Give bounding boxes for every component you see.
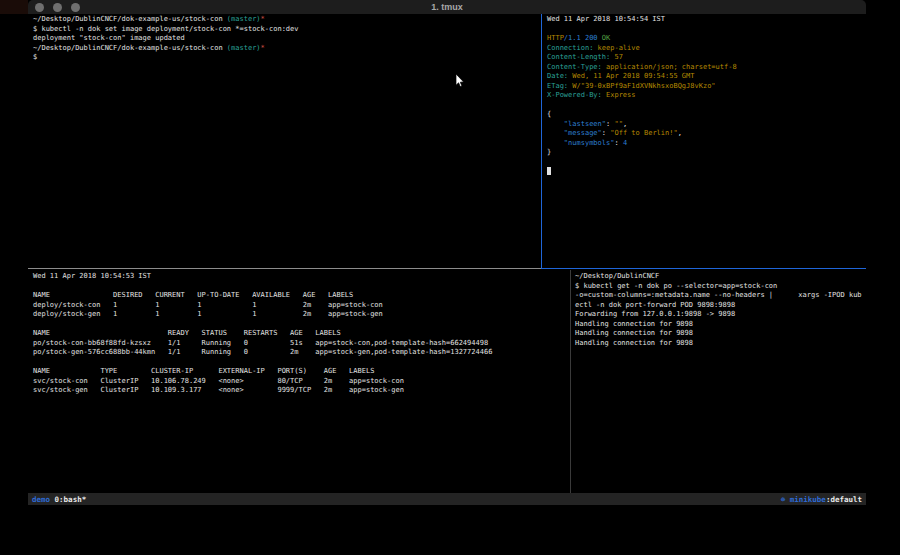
status-left: demo 0:bash* [32,495,86,504]
terminal-text-segment: ETag: [547,82,568,90]
terminal-line: ~/Desktop/DublinCNCF/dok-example-us/stoc… [33,15,541,25]
terminal-text-segment: ectl -n dok port-forward POD 9898:9898 [575,301,735,309]
terminal-line: deployment "stock-con" image updated [33,34,541,44]
terminal-line [547,158,866,168]
pane-shell-kubectl-set-image[interactable]: ~/Desktop/DublinCNCF/dok-example-us/stoc… [28,14,541,268]
terminal-line: "lastseen": "", [547,120,866,130]
terminal-line: NAME READY STATUS RESTARTS AGE LABELS [33,329,570,339]
terminal-line: Handling connection for 9898 [575,329,866,339]
terminal-line: po/stock-gen-576cc688bb-44kmn 1/1 Runnin… [33,348,570,358]
terminal-line: deploy/stock-con 1 1 1 1 2m app=stock-co… [33,301,570,311]
terminal-line: Wed 11 Apr 2018 10:54:53 IST [33,272,570,282]
terminal-text-segment: po/stock-con-bb68f88fd-kzsxz 1/1 Running… [33,339,488,347]
terminal-text-segment: X-Powered-By: [547,91,602,99]
terminal-line: Handling connection for 9898 [575,320,866,330]
tmux-content: ~/Desktop/DublinCNCF/dok-example-us/stoc… [28,14,866,493]
terminal-text-segment: deploy/stock-gen 1 1 1 1 2m app=stock-ge… [33,310,383,318]
pane-kubectl-get-watch[interactable]: Wed 11 Apr 2018 10:54:53 IST NAME DESIRE… [28,270,570,493]
terminal-text-segment: : [602,129,610,137]
window-title: 1. tmux [28,2,866,12]
terminal-line: ectl -n dok port-forward POD 9898:9898 [575,301,866,311]
zoom-button[interactable] [71,3,80,12]
terminal-text-segment: /1.1 200 [564,34,602,42]
terminal-text-segment: "" [614,120,622,128]
terminal-text-segment: "lastseen" [547,120,606,128]
close-button[interactable] [35,3,44,12]
terminal-line: HTTP/1.1 200 OK [547,34,866,44]
kube-namespace: :default [826,495,862,504]
pane-border-vertical-inactive[interactable] [570,270,571,493]
terminal-text-segment: NAME TYPE CLUSTER-IP EXTERNAL-IP PORT(S)… [33,367,374,375]
terminal-text-segment: (master) [223,15,261,23]
tmux-status-bar[interactable]: demo 0:bash* ☸ minikube:default [28,493,866,505]
terminal-text-segment: ~/Desktop/DublinCNCF/dok-example-us/stoc… [33,15,223,23]
terminal-line: Handling connection for 9898 [575,339,866,349]
window-tab-label[interactable]: 0:bash* [55,495,87,504]
terminal-text-segment: 57 [610,53,623,61]
terminal-text-segment: "message" [547,129,602,137]
terminal-line: $ kubectl -n dok set image deployment/st… [33,25,541,35]
terminal-line: } [547,148,866,158]
terminal-text-segment: ~/Desktop/DublinCNCF/dok-example-us/stoc… [33,44,223,52]
terminal-text-segment: application/json; charset=utf-8 [602,63,737,71]
session-name: demo [32,495,50,504]
terminal-text-segment: Forwarding from 127.0.0.1:9898 -> 9898 [575,310,735,318]
mouse-pointer-icon [455,74,465,88]
terminal-line: po/stock-con-bb68f88fd-kzsxz 1/1 Running… [33,339,570,349]
terminal-text-segment: svc/stock-con ClusterIP 10.106.78.249 <n… [33,377,404,385]
terminal-text-segment: Connection: [547,44,593,52]
terminal-text-segment: * [261,44,265,52]
block-cursor [547,167,551,175]
desktop-corner-gap [0,0,28,14]
terminal-text-segment: "Off to Berlin!" [610,129,677,137]
terminal-line: NAME DESIRED CURRENT UP-TO-DATE AVAILABL… [33,291,570,301]
terminal-text-segment: ~/Desktop/DublinCNCF [575,272,659,280]
terminal-text-segment: } [547,148,551,156]
terminal-text-segment: NAME DESIRED CURRENT UP-TO-DATE AVAILABL… [33,291,353,299]
terminal-text-segment: HTTP [547,34,564,42]
terminal-line: -o=custom-columns=:metadata.name --no-he… [575,291,866,301]
pane-border-vertical-active[interactable] [541,14,542,269]
pane-border-horizontal-active[interactable] [542,268,866,269]
terminal-line: svc/stock-con ClusterIP 10.106.78.249 <n… [33,377,570,387]
terminal-text-segment: Date: [547,72,568,80]
terminal-text-segment: NAME READY STATUS RESTARTS AGE LABELS [33,329,341,337]
terminal-text-segment: , [678,129,682,137]
traffic-lights [35,0,80,14]
terminal-text-segment: Wed, 11 Apr 2018 09:54:55 GMT [568,72,694,80]
terminal-line: "numsymbols": 4 [547,139,866,149]
terminal-line [547,25,866,35]
terminal-text-segment: -o=custom-columns=:metadata.name --no-he… [575,291,862,299]
terminal-text-segment: Wed 11 Apr 2018 10:54:53 IST [33,272,151,280]
terminal-line: "message": "Off to Berlin!", [547,129,866,139]
terminal-line [33,358,570,368]
terminal-text-segment: Content-Length: [547,53,610,61]
terminal-line: Content-Type: application/json; charset=… [547,63,866,73]
terminal-text-segment: Express [602,91,636,99]
terminal-text-segment: "numsymbols" [547,139,614,147]
terminal-line: ETag: W/"39-0xBPf9aF1dXVNkhsxoBQgJ8vKzo" [547,82,866,92]
terminal-text-segment: Handling connection for 9898 [575,320,693,328]
terminal-text-segment: OK [602,34,610,42]
terminal-text-segment: Wed 11 Apr 2018 10:54:54 IST [547,15,665,23]
terminal-line: Wed 11 Apr 2018 10:54:54 IST [547,15,866,25]
terminal-text-segment: deploy/stock-con 1 1 1 1 2m app=stock-co… [33,301,383,309]
terminal-text-segment: keep-alive [593,44,639,52]
terminal-line: svc/stock-gen ClusterIP 10.109.3.177 <no… [33,386,570,396]
pane-border-horizontal-inactive[interactable] [28,268,541,269]
status-right: ☸ minikube:default [781,495,862,504]
pane-port-forward[interactable]: ~/Desktop/DublinCNCF$ kubectl get -n dok… [572,270,866,493]
terminal-text-segment: $ kubectl -n dok set image deployment/st… [33,25,299,33]
terminal-text-segment: $ kubectl get -n dok po --selector=app=s… [575,282,777,290]
terminal-text-segment: Content-Type: [547,63,602,71]
terminal-line [547,101,866,111]
terminal-line: X-Powered-By: Express [547,91,866,101]
window-titlebar[interactable]: 1. tmux [28,0,866,14]
pane-http-response[interactable]: Wed 11 Apr 2018 10:54:54 IST HTTP/1.1 20… [543,14,866,268]
terminal-text-segment: W/"39-0xBPf9aF1dXVNkhsxoBQgJ8vKzo" [568,82,716,90]
terminal-line: Content-Length: 57 [547,53,866,63]
terminal-text-segment: , [623,120,627,128]
terminal-text-segment: Handling connection for 9898 [575,329,693,337]
minimize-button[interactable] [53,3,62,12]
terminal-line [33,320,570,330]
